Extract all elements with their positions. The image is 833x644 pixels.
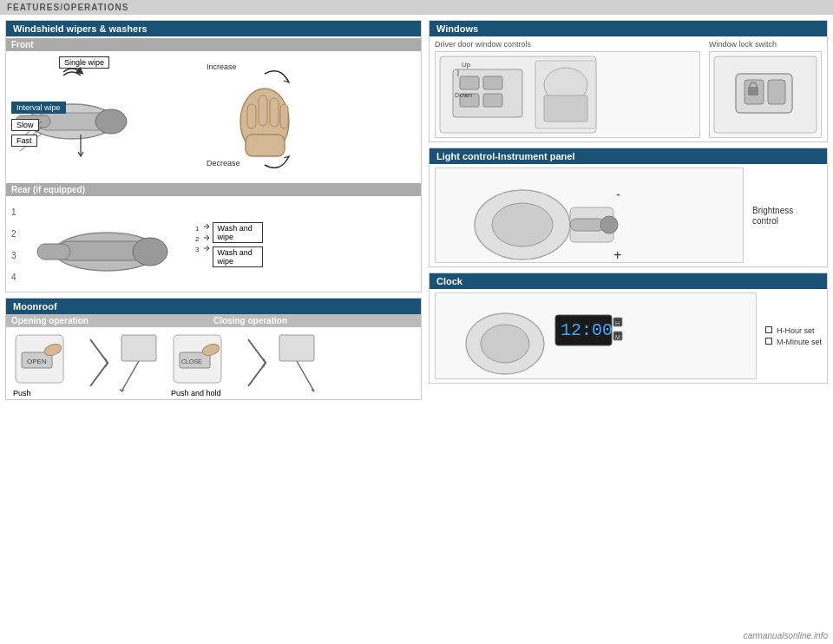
closing-svg: CLOSE [169,331,239,396]
moonroof-content: OPEN Push [6,327,421,399]
svg-rect-10 [259,95,267,126]
wash-wipe-tag-2: Wash and wipe [213,246,263,267]
clock-section: Clock 12:00 H [429,273,828,384]
slow-area: Slow [11,119,39,131]
svg-rect-44 [768,80,785,104]
fast-area: Fast [11,135,37,147]
windshield-section: Windshield wipers & washers Front Single… [5,20,422,292]
rear-stalk-area [29,204,185,286]
svg-text:OPEN: OPEN [27,358,47,365]
closing-panel-svg [275,331,318,396]
svg-text:3: 3 [195,246,200,253]
opening-arrow-svg [86,331,112,396]
svg-text:-: - [616,187,620,201]
svg-rect-35 [483,94,502,107]
driver-door-svg: Up Down [436,52,699,139]
moonroof-title: Moonroof [6,299,421,314]
wash-wipe-label-1: Wash and wipe [213,222,263,243]
closing-illus: CLOSE Push and hold [169,331,239,396]
opening-illus: OPEN Push [11,331,81,396]
rear-num-3: 3 [11,251,16,260]
rear-diagram: 1 2 3 4 [11,201,416,288]
window-lock-svg [710,52,823,139]
clock-diagrams: 12:00 H M H-Hour set [435,292,822,379]
svg-rect-16 [37,244,70,260]
light-control-section: Light control-Instrument panel [429,148,828,267]
closing-diagram: CLOSE Push and hold [169,331,318,396]
front-content: Single wipe [6,53,421,181]
window-lock-illus [709,51,822,138]
svg-point-15 [133,238,167,266]
svg-point-50 [600,216,618,233]
brightness-label: Brightnesscontrol [752,206,793,226]
rear-num-1: 1 [11,207,16,217]
window-lock-area: Window lock switch [709,40,822,138]
svg-rect-8 [246,135,285,156]
windows-section: Windows Driver door window controls [429,20,828,142]
svg-text:Up: Up [462,61,471,69]
svg-text:12:00: 12:00 [561,320,613,340]
rear-num-4: 4 [11,273,16,282]
h-letter: H [615,320,620,326]
right-column: Windows Driver door window controls [429,20,828,634]
windows-content: Driver door window controls [430,36,827,141]
front-subsection-bar: Front [6,38,421,51]
window-lock-label: Window lock switch [709,40,822,49]
opening-panel-svg [117,331,161,396]
svg-rect-24 [121,335,156,361]
svg-rect-12 [280,104,288,128]
wash-wipe-tag-1: Wash and wipe [213,222,263,243]
clock-title: Clock [430,273,827,289]
windows-title: Windows [430,21,827,36]
clock-content: 12:00 H M H-Hour set [430,289,827,383]
svg-rect-11 [270,98,279,127]
opening-svg: OPEN [11,331,81,396]
washer-area: Increase [202,56,328,169]
decrease-label: Decrease [207,159,240,168]
moonroof-ops-bar: Opening operation Closing operation [6,314,421,327]
header-title: FEATURES/OPERATIONS [7,3,128,12]
svg-rect-32 [460,76,479,89]
page-header: FEATURES/OPERATIONS [0,0,833,15]
light-svg: - + [436,168,743,264]
rear-content: 1 2 3 4 [6,198,421,292]
svg-point-54 [481,325,529,363]
closing-arrow-svg [244,331,270,396]
clock-illus: 12:00 H M [435,292,757,379]
driver-door-illus: Up Down [435,51,700,138]
svg-text:Down: Down [455,91,472,99]
closing-op-label: Closing operation [213,316,416,325]
m-letter: M [615,334,620,340]
clock-labels-area: H-Hour set M-Minute set [765,326,822,346]
rear-num-2: 2 [11,229,16,239]
h-set-label: H-Hour set [777,326,815,335]
left-column: Windshield wipers & washers Front Single… [5,20,422,634]
driver-door-area: Driver door window controls [435,40,700,138]
push-hold-label: Push and hold [171,389,221,398]
washer-svg [202,56,328,169]
svg-text:+: + [613,247,621,262]
wash-wipe-1-area: 1 2 3 Wash and wipe Wash [193,222,263,267]
svg-rect-33 [483,76,502,89]
fast-tag: Fast [11,135,37,147]
windows-diagrams: Driver door window controls [435,40,822,138]
rear-numbers-left: 1 2 3 4 [11,207,20,282]
opening-op-label: Opening operation [11,316,213,325]
moonroof-diagrams: OPEN Push [11,331,416,396]
light-control-title: Light control-Instrument panel [430,148,827,164]
m-checkbox [765,338,772,345]
wash-wipe-label-2: Wash and wipe [213,246,263,267]
wash-labels-right: 1 2 3 Wash and wipe Wash [193,222,263,267]
driver-door-label: Driver door window controls [435,40,700,49]
svg-point-2 [95,109,127,134]
svg-point-47 [492,203,553,246]
light-illus: - + [435,168,744,263]
svg-rect-40 [544,95,587,122]
svg-text:CLOSE: CLOSE [181,358,202,365]
moonroof-section: Moonroof Opening operation Closing opera… [5,298,422,400]
svg-text:2: 2 [195,235,200,243]
h-set-area: H-Hour set [765,326,822,335]
brightness-label-area: Brightnesscontrol [752,205,822,226]
svg-rect-9 [247,104,256,128]
interval-wipe-tag: Interval wipe [11,102,66,114]
